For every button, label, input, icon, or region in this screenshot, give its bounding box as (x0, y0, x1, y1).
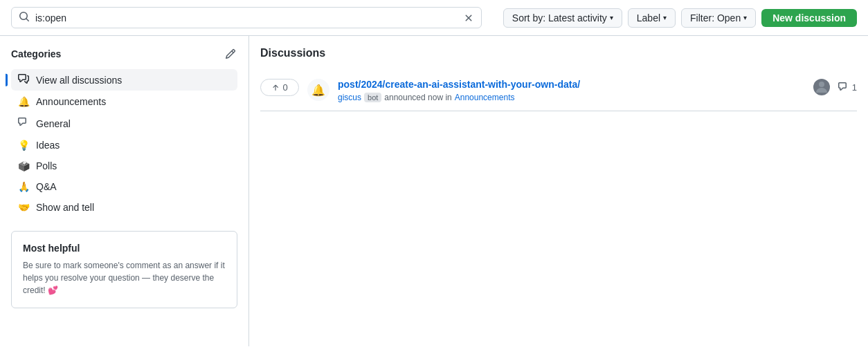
sidebar-item-show-and-tell[interactable]: 🤝Show and tell (11, 198, 237, 217)
most-helpful-box: Most helpful Be sure to mark someone's c… (11, 231, 237, 308)
sidebar-item-qna[interactable]: 🙏Q&A (11, 177, 237, 196)
discussion-category-icon: 🔔 (307, 79, 329, 101)
discussions-list: 0 🔔 post/2024/create-an-ai-assistant-wit… (260, 71, 857, 111)
qna-icon: 🙏 (17, 181, 30, 192)
discussion-title[interactable]: post/2024/create-an-ai-assistant-with-yo… (338, 79, 580, 90)
most-helpful-text: Be sure to mark someone's comment as an … (23, 259, 226, 297)
search-container (11, 7, 482, 28)
announcements-icon: 🔔 (17, 96, 30, 107)
discussion-author[interactable]: giscus (338, 93, 361, 102)
new-discussion-button[interactable]: New discussion (761, 9, 857, 27)
edit-categories-button[interactable] (224, 47, 237, 61)
search-icon (19, 11, 30, 24)
meta-announced: announced now in (384, 93, 451, 102)
vote-box[interactable]: 0 (260, 79, 299, 96)
show-and-tell-icon: 🤝 (17, 202, 30, 213)
view-all-icon (17, 73, 30, 86)
avatar (813, 79, 830, 95)
sidebar-item-view-all[interactable]: View all discussions (11, 69, 237, 91)
top-bar: Sort by: Latest activity ▾ Label ▾ Filte… (0, 0, 868, 36)
comment-count[interactable]: 1 (838, 82, 857, 93)
discussion-info: post/2024/create-an-ai-assistant-with-yo… (338, 79, 805, 102)
sidebar-item-ideas[interactable]: 💡Ideas (11, 135, 237, 155)
sidebar-item-polls-label: Polls (36, 160, 57, 171)
sidebar-title: Categories (11, 48, 61, 59)
sidebar-header: Categories (11, 47, 237, 61)
sidebar-item-show-and-tell-label: Show and tell (36, 202, 94, 213)
sidebar-item-announcements[interactable]: 🔔Announcements (11, 92, 237, 111)
nav-items-container: View all discussions🔔AnnouncementsGenera… (11, 69, 237, 217)
ideas-icon: 💡 (17, 140, 30, 151)
label-button[interactable]: Label ▾ (628, 8, 676, 28)
main-layout: Categories View all discussions🔔Announce… (0, 36, 868, 346)
toolbar-right: Sort by: Latest activity ▾ Label ▾ Filte… (503, 8, 857, 28)
sidebar: Categories View all discussions🔔Announce… (0, 36, 249, 346)
content-area: Discussions 0 🔔 post/2024/create-an-ai-a… (249, 36, 868, 346)
sidebar-item-ideas-label: Ideas (36, 140, 60, 151)
polls-icon: 🗳️ (17, 160, 30, 171)
table-row: 0 🔔 post/2024/create-an-ai-assistant-wit… (260, 71, 857, 111)
clear-search-button[interactable] (463, 12, 474, 24)
chevron-down-icon: ▾ (663, 14, 667, 21)
sidebar-item-polls[interactable]: 🗳️Polls (11, 156, 237, 176)
vote-count: 0 (282, 82, 287, 93)
discussion-category-link[interactable]: Announcements (455, 93, 515, 102)
discussion-meta: giscus bot announced now in Announcement… (338, 93, 805, 102)
most-helpful-title: Most helpful (23, 243, 226, 254)
sidebar-item-announcements-label: Announcements (36, 96, 106, 107)
chevron-down-icon: ▾ (743, 14, 747, 21)
sidebar-item-qna-label: Q&A (36, 181, 57, 192)
filter-button[interactable]: Filter: Open ▾ (681, 8, 756, 28)
search-input[interactable] (35, 12, 458, 24)
general-icon (17, 117, 30, 130)
sort-button[interactable]: Sort by: Latest activity ▾ (503, 8, 622, 28)
sidebar-item-general[interactable]: General (11, 113, 237, 134)
discussions-section-title: Discussions (260, 47, 857, 59)
comment-number: 1 (852, 82, 857, 93)
author-badge: bot (364, 93, 381, 102)
svg-point-0 (819, 82, 824, 87)
sidebar-item-general-label: General (36, 118, 71, 129)
discussion-right: 1 (813, 79, 857, 95)
sidebar-item-view-all-label: View all discussions (36, 75, 122, 86)
chevron-down-icon: ▾ (610, 14, 613, 21)
